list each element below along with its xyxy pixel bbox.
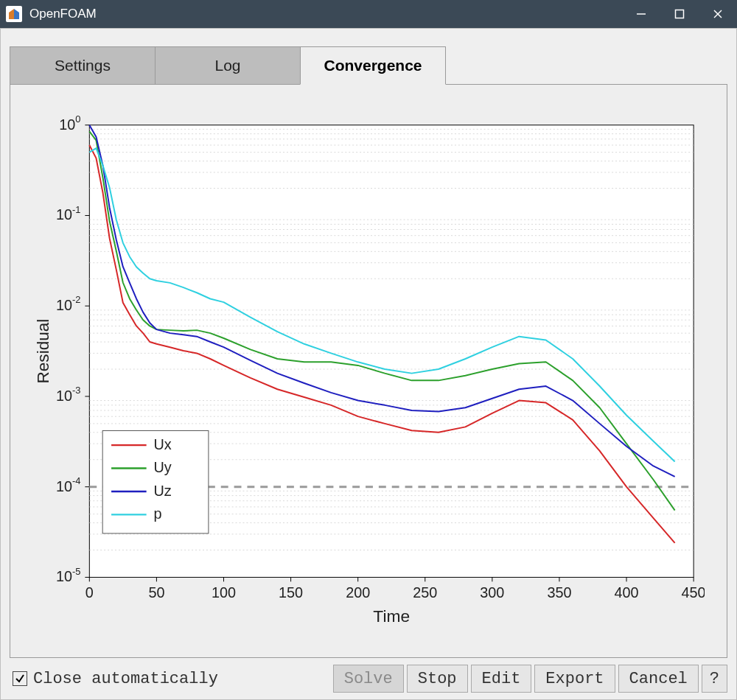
convergence-plot: 05010015020025030035040045010010-110-210… [32, 114, 705, 635]
svg-text:450: 450 [682, 584, 705, 601]
close-automatically-checkbox[interactable] [13, 671, 27, 686]
svg-text:10-5: 10-5 [56, 566, 81, 585]
svg-text:10-3: 10-3 [56, 385, 81, 404]
tab-settings[interactable]: Settings [10, 46, 156, 85]
svg-text:10-4: 10-4 [56, 475, 81, 494]
svg-rect-3 [676, 10, 684, 18]
minimize-button[interactable] [622, 0, 660, 28]
help-button[interactable]: ? [702, 665, 727, 693]
svg-text:Uy: Uy [154, 460, 172, 476]
svg-marker-1 [14, 9, 19, 19]
cancel-button[interactable]: Cancel [618, 665, 699, 693]
titlebar: OpenFOAM [0, 0, 737, 28]
svg-text:50: 50 [148, 584, 164, 601]
svg-text:Time: Time [373, 606, 410, 626]
client-area: Settings Log Convergence 050100150200250… [0, 28, 737, 700]
svg-text:400: 400 [615, 584, 639, 601]
tab-log[interactable]: Log [155, 46, 301, 85]
maximize-button[interactable] [660, 0, 699, 28]
svg-text:250: 250 [413, 584, 437, 601]
svg-text:100: 100 [212, 584, 236, 601]
svg-text:Uz: Uz [154, 483, 172, 499]
edit-button[interactable]: Edit [471, 665, 532, 693]
bottom-bar: Close automatically Solve Stop Edit Expo… [10, 664, 727, 693]
svg-marker-0 [9, 9, 14, 19]
solve-button: Solve [333, 665, 404, 693]
svg-text:150: 150 [279, 584, 303, 601]
svg-text:200: 200 [346, 584, 370, 601]
svg-text:10-2: 10-2 [56, 294, 81, 313]
svg-text:0: 0 [85, 584, 94, 601]
svg-text:p: p [154, 505, 162, 522]
export-button[interactable]: Export [534, 665, 615, 693]
stop-button[interactable]: Stop [407, 665, 468, 693]
svg-text:100: 100 [59, 114, 80, 133]
window-title: OpenFOAM [29, 7, 97, 21]
svg-text:300: 300 [480, 584, 504, 601]
app-icon [6, 6, 22, 22]
svg-text:Ux: Ux [154, 436, 172, 452]
close-automatically-label: Close automatically [33, 670, 218, 688]
close-button[interactable] [699, 0, 737, 28]
tab-bar: Settings Log Convergence [10, 46, 445, 85]
svg-text:350: 350 [547, 584, 571, 601]
svg-text:Residual: Residual [33, 319, 52, 384]
convergence-panel: 05010015020025030035040045010010-110-210… [10, 84, 727, 658]
tab-convergence[interactable]: Convergence [300, 46, 446, 85]
svg-text:10-1: 10-1 [56, 204, 81, 223]
